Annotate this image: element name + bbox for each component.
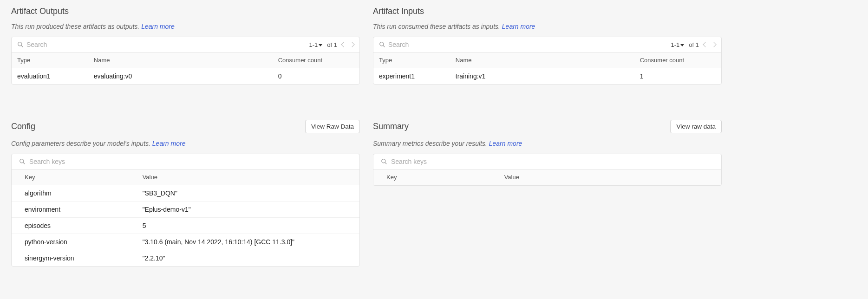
- summary-card: Key Value: [373, 154, 722, 186]
- pager-next-button[interactable]: [349, 42, 354, 47]
- pager: 1-1 of 1: [309, 41, 354, 48]
- svg-line-3: [383, 46, 385, 47]
- table-row[interactable]: algorithm"SB3_DQN": [12, 185, 359, 202]
- svg-line-7: [385, 162, 387, 164]
- search-keys-input[interactable]: [391, 158, 484, 165]
- page-size-dropdown[interactable]: [319, 44, 322, 46]
- config-card: Key Value algorithm"SB3_DQN" environment…: [11, 154, 360, 266]
- svg-point-0: [18, 42, 22, 46]
- table-row[interactable]: environment"Eplus-demo-v1": [12, 202, 359, 218]
- artifact-inputs-title: Artifact Inputs: [373, 6, 424, 16]
- svg-line-1: [21, 46, 23, 47]
- table-row[interactable]: experiment1 training:v1 1: [373, 68, 721, 84]
- svg-point-6: [382, 159, 385, 163]
- table-row[interactable]: sinergym-version"2.2.10": [12, 250, 359, 266]
- search-icon: [381, 158, 387, 165]
- summary-title: Summary: [373, 122, 409, 131]
- artifact-outputs-card: 1-1 of 1 Type Name Consumer count eva: [11, 37, 360, 84]
- column-key[interactable]: Key: [373, 169, 499, 185]
- column-consumer-count[interactable]: Consumer count: [273, 52, 359, 68]
- column-value[interactable]: Value: [137, 169, 359, 185]
- config-panel: Config View Raw Data Config parameters d…: [11, 120, 360, 266]
- column-type[interactable]: Type: [373, 52, 450, 68]
- pager: 1-1 of 1: [671, 41, 716, 48]
- view-raw-data-button[interactable]: View raw data: [670, 120, 722, 133]
- config-desc: Config parameters describe your model's …: [11, 140, 360, 147]
- column-type[interactable]: Type: [12, 52, 88, 68]
- column-name[interactable]: Name: [450, 52, 634, 68]
- column-value[interactable]: Value: [499, 169, 721, 185]
- summary-panel: Summary View raw data Summary metrics de…: [373, 120, 722, 266]
- svg-point-4: [20, 159, 24, 163]
- learn-more-link[interactable]: Learn more: [141, 23, 175, 30]
- column-consumer-count[interactable]: Consumer count: [634, 52, 721, 68]
- pager-prev-button[interactable]: [703, 42, 708, 47]
- table-row[interactable]: evaluation1 evaluating:v0 0: [12, 68, 359, 84]
- svg-line-5: [23, 162, 25, 164]
- view-raw-data-button[interactable]: View Raw Data: [305, 120, 360, 133]
- search-input[interactable]: [26, 41, 119, 48]
- artifact-outputs-table: Type Name Consumer count evaluation1 eva…: [12, 52, 359, 84]
- table-row[interactable]: episodes5: [12, 218, 359, 234]
- artifact-inputs-card: 1-1 of 1 Type Name Consumer count exp: [373, 37, 722, 84]
- table-row[interactable]: python-version"3.10.6 (main, Nov 14 2022…: [12, 234, 359, 250]
- learn-more-link[interactable]: Learn more: [489, 140, 522, 147]
- artifact-inputs-table: Type Name Consumer count experiment1 tra…: [373, 52, 721, 84]
- summary-desc: Summary metrics describe your results. L…: [373, 140, 722, 147]
- search-icon: [19, 158, 26, 165]
- artifact-outputs-desc: This run produced these artifacts as out…: [11, 23, 360, 30]
- column-key[interactable]: Key: [12, 169, 137, 185]
- search-icon: [379, 41, 385, 48]
- pager-prev-button[interactable]: [341, 42, 346, 47]
- artifact-outputs-panel: Artifact Outputs This run produced these…: [11, 6, 360, 84]
- page-size-dropdown[interactable]: [680, 44, 684, 46]
- svg-point-2: [380, 42, 384, 46]
- artifact-inputs-panel: Artifact Inputs This run consumed these …: [373, 6, 722, 84]
- search-input[interactable]: [388, 41, 481, 48]
- summary-table: Key Value: [373, 169, 721, 185]
- search-keys-input[interactable]: [29, 158, 122, 165]
- column-name[interactable]: Name: [88, 52, 273, 68]
- learn-more-link[interactable]: Learn more: [502, 23, 535, 30]
- search-icon: [17, 41, 24, 48]
- config-table: Key Value algorithm"SB3_DQN" environment…: [12, 169, 359, 266]
- pager-next-button[interactable]: [711, 42, 716, 47]
- artifact-outputs-title: Artifact Outputs: [11, 6, 69, 16]
- config-title: Config: [11, 122, 35, 131]
- artifact-inputs-desc: This run consumed these artifacts as inp…: [373, 23, 722, 30]
- learn-more-link[interactable]: Learn more: [152, 140, 186, 147]
